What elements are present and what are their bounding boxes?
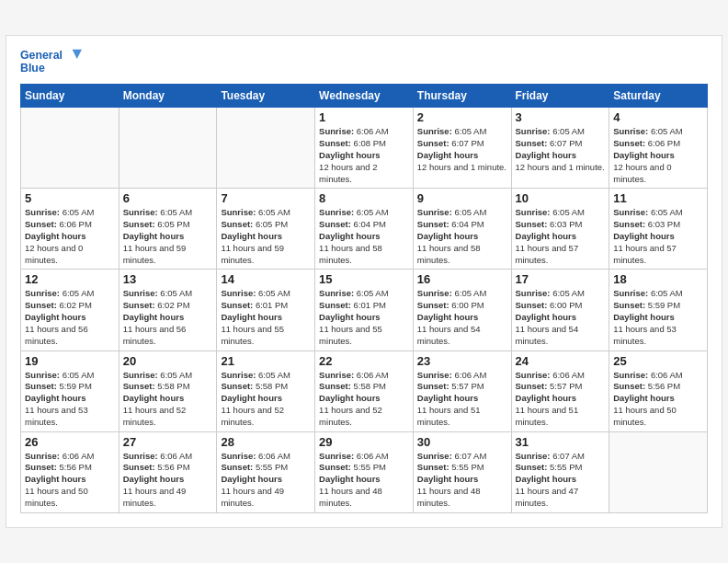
day-cell-6: 6 Sunrise: 6:05 AM Sunset: 6:05 PM Dayli… xyxy=(119,189,217,270)
day-cell-empty xyxy=(609,431,708,512)
day-cell-14: 14 Sunrise: 6:05 AM Sunset: 6:01 PM Dayl… xyxy=(217,270,315,350)
day-cell-3: 3 Sunrise: 6:05 AM Sunset: 6:07 PM Dayli… xyxy=(511,108,609,189)
day-number: 18 xyxy=(613,272,703,286)
day-number: 10 xyxy=(516,191,606,205)
day-number: 11 xyxy=(613,191,703,205)
day-number: 14 xyxy=(221,272,311,286)
day-info: Sunrise: 6:05 AM Sunset: 6:07 PM Dayligh… xyxy=(516,126,606,173)
day-info: Sunrise: 6:05 AM Sunset: 6:02 PM Dayligh… xyxy=(123,288,213,347)
day-number: 24 xyxy=(516,354,606,368)
day-number: 17 xyxy=(516,272,606,286)
day-info: Sunrise: 6:05 AM Sunset: 6:05 PM Dayligh… xyxy=(221,207,311,266)
day-info: Sunrise: 6:05 AM Sunset: 5:58 PM Dayligh… xyxy=(123,370,213,429)
day-cell-27: 27 Sunrise: 6:06 AM Sunset: 5:56 PM Dayl… xyxy=(119,431,217,512)
day-cell-9: 9 Sunrise: 6:05 AM Sunset: 6:04 PM Dayli… xyxy=(413,189,511,270)
weekday-header-sunday: Sunday xyxy=(21,85,119,108)
day-number: 19 xyxy=(25,354,115,368)
day-info: Sunrise: 6:06 AM Sunset: 5:56 PM Dayligh… xyxy=(123,451,213,510)
day-cell-30: 30 Sunrise: 6:07 AM Sunset: 5:55 PM Dayl… xyxy=(413,431,511,512)
weekday-header-monday: Monday xyxy=(119,85,217,108)
day-number: 15 xyxy=(319,272,409,286)
day-number: 21 xyxy=(221,354,311,368)
day-info: Sunrise: 6:05 AM Sunset: 6:04 PM Dayligh… xyxy=(417,207,507,266)
day-cell-15: 15 Sunrise: 6:05 AM Sunset: 6:01 PM Dayl… xyxy=(315,270,414,350)
day-number: 7 xyxy=(221,191,311,205)
day-cell-11: 11 Sunrise: 6:05 AM Sunset: 6:03 PM Dayl… xyxy=(609,189,708,270)
day-number: 2 xyxy=(417,110,507,124)
weekday-header-saturday: Saturday xyxy=(609,85,708,108)
day-info: Sunrise: 6:05 AM Sunset: 6:03 PM Dayligh… xyxy=(613,207,703,266)
week-row-2: 5 Sunrise: 6:05 AM Sunset: 6:06 PM Dayli… xyxy=(21,189,708,270)
day-cell-7: 7 Sunrise: 6:05 AM Sunset: 6:05 PM Dayli… xyxy=(217,189,315,270)
day-info: Sunrise: 6:05 AM Sunset: 6:00 PM Dayligh… xyxy=(417,288,507,347)
day-info: Sunrise: 6:05 AM Sunset: 6:07 PM Dayligh… xyxy=(417,126,507,173)
day-cell-18: 18 Sunrise: 6:05 AM Sunset: 5:59 PM Dayl… xyxy=(609,270,708,350)
day-cell-13: 13 Sunrise: 6:05 AM Sunset: 6:02 PM Dayl… xyxy=(119,270,217,350)
day-info: Sunrise: 6:06 AM Sunset: 5:56 PM Dayligh… xyxy=(25,451,115,510)
day-cell-31: 31 Sunrise: 6:07 AM Sunset: 5:55 PM Dayl… xyxy=(511,431,609,512)
day-cell-4: 4 Sunrise: 6:05 AM Sunset: 6:06 PM Dayli… xyxy=(609,108,708,189)
day-number: 31 xyxy=(516,435,606,449)
day-number: 20 xyxy=(123,354,213,368)
day-info: Sunrise: 6:06 AM Sunset: 5:58 PM Dayligh… xyxy=(319,370,409,429)
day-number: 1 xyxy=(319,110,409,124)
day-number: 30 xyxy=(417,435,507,449)
day-cell-25: 25 Sunrise: 6:06 AM Sunset: 5:56 PM Dayl… xyxy=(609,350,708,431)
day-cell-12: 12 Sunrise: 6:05 AM Sunset: 6:02 PM Dayl… xyxy=(21,270,119,350)
day-cell-26: 26 Sunrise: 6:06 AM Sunset: 5:56 PM Dayl… xyxy=(21,431,119,512)
day-cell-16: 16 Sunrise: 6:05 AM Sunset: 6:00 PM Dayl… xyxy=(413,270,511,350)
day-cell-8: 8 Sunrise: 6:05 AM Sunset: 6:04 PM Dayli… xyxy=(315,189,414,270)
day-info: Sunrise: 6:06 AM Sunset: 6:08 PM Dayligh… xyxy=(319,126,409,185)
day-cell-5: 5 Sunrise: 6:05 AM Sunset: 6:06 PM Dayli… xyxy=(21,189,119,270)
day-info: Sunrise: 6:06 AM Sunset: 5:56 PM Dayligh… xyxy=(613,370,703,429)
day-info: Sunrise: 6:05 AM Sunset: 6:02 PM Dayligh… xyxy=(25,288,115,347)
calendar-header: General Blue xyxy=(20,45,708,76)
day-info: Sunrise: 6:06 AM Sunset: 5:55 PM Dayligh… xyxy=(221,451,311,510)
day-number: 8 xyxy=(319,191,409,205)
day-info: Sunrise: 6:05 AM Sunset: 6:06 PM Dayligh… xyxy=(25,207,115,266)
day-number: 13 xyxy=(123,272,213,286)
day-number: 25 xyxy=(613,354,703,368)
day-cell-20: 20 Sunrise: 6:05 AM Sunset: 5:58 PM Dayl… xyxy=(119,350,217,431)
day-info: Sunrise: 6:05 AM Sunset: 6:06 PM Dayligh… xyxy=(613,126,703,185)
day-number: 29 xyxy=(319,435,409,449)
week-row-1: 1 Sunrise: 6:06 AM Sunset: 6:08 PM Dayli… xyxy=(21,108,708,189)
day-cell-empty xyxy=(217,108,315,189)
day-number: 28 xyxy=(221,435,311,449)
day-info: Sunrise: 6:05 AM Sunset: 5:59 PM Dayligh… xyxy=(25,370,115,429)
day-info: Sunrise: 6:05 AM Sunset: 5:58 PM Dayligh… xyxy=(221,370,311,429)
weekday-header-friday: Friday xyxy=(511,85,609,108)
day-info: Sunrise: 6:05 AM Sunset: 6:05 PM Dayligh… xyxy=(123,207,213,266)
day-cell-empty xyxy=(119,108,217,189)
day-info: Sunrise: 6:05 AM Sunset: 6:03 PM Dayligh… xyxy=(516,207,606,266)
day-cell-28: 28 Sunrise: 6:06 AM Sunset: 5:55 PM Dayl… xyxy=(217,431,315,512)
day-number: 27 xyxy=(123,435,213,449)
day-number: 12 xyxy=(25,272,115,286)
weekday-header-wednesday: Wednesday xyxy=(315,85,414,108)
weekday-header-row: SundayMondayTuesdayWednesdayThursdayFrid… xyxy=(21,85,708,108)
day-cell-10: 10 Sunrise: 6:05 AM Sunset: 6:03 PM Dayl… xyxy=(511,189,609,270)
day-info: Sunrise: 6:06 AM Sunset: 5:57 PM Dayligh… xyxy=(516,370,606,429)
day-number: 9 xyxy=(417,191,507,205)
day-cell-19: 19 Sunrise: 6:05 AM Sunset: 5:59 PM Dayl… xyxy=(21,350,119,431)
day-info: Sunrise: 6:05 AM Sunset: 6:01 PM Dayligh… xyxy=(221,288,311,347)
day-number: 4 xyxy=(613,110,703,124)
day-info: Sunrise: 6:07 AM Sunset: 5:55 PM Dayligh… xyxy=(417,451,507,510)
day-number: 22 xyxy=(319,354,409,368)
day-number: 23 xyxy=(417,354,507,368)
weekday-header-thursday: Thursday xyxy=(413,85,511,108)
day-cell-1: 1 Sunrise: 6:06 AM Sunset: 6:08 PM Dayli… xyxy=(315,108,414,189)
day-cell-empty xyxy=(21,108,119,189)
day-number: 6 xyxy=(123,191,213,205)
svg-text:Blue: Blue xyxy=(20,63,45,75)
day-cell-23: 23 Sunrise: 6:06 AM Sunset: 5:57 PM Dayl… xyxy=(413,350,511,431)
day-info: Sunrise: 6:05 AM Sunset: 6:00 PM Dayligh… xyxy=(516,288,606,347)
day-number: 26 xyxy=(25,435,115,449)
calendar-wrapper: General Blue SundayMondayTuesdayWednesda… xyxy=(6,35,722,527)
calendar-table: SundayMondayTuesdayWednesdayThursdayFrid… xyxy=(20,84,708,512)
week-row-4: 19 Sunrise: 6:05 AM Sunset: 5:59 PM Dayl… xyxy=(21,350,708,431)
day-info: Sunrise: 6:06 AM Sunset: 5:57 PM Dayligh… xyxy=(417,370,507,429)
day-info: Sunrise: 6:06 AM Sunset: 5:55 PM Dayligh… xyxy=(319,451,409,510)
svg-marker-2 xyxy=(73,50,82,59)
day-cell-21: 21 Sunrise: 6:05 AM Sunset: 5:58 PM Dayl… xyxy=(217,350,315,431)
